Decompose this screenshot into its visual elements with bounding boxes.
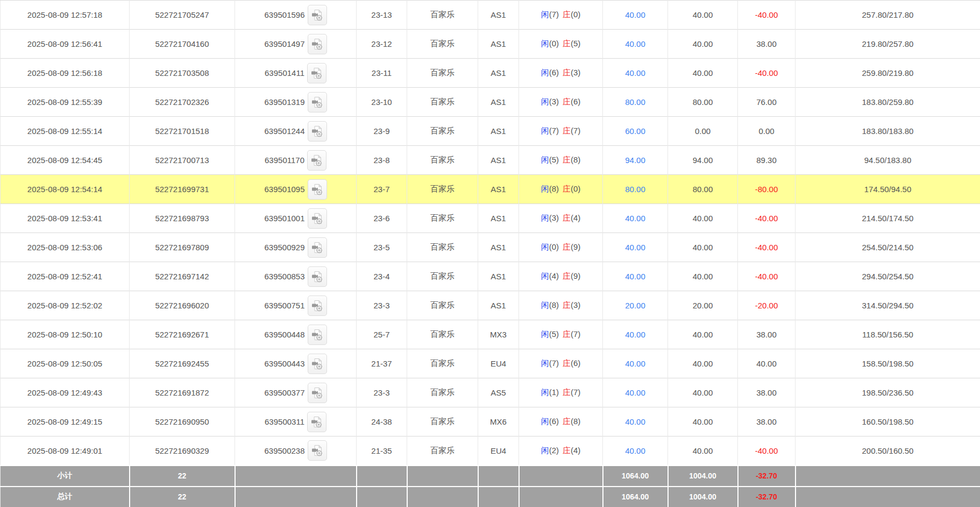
banker-points: (4) [571, 446, 580, 455]
video-preview-button[interactable] [308, 92, 327, 112]
bet-amount-link[interactable]: 40.00 [625, 10, 645, 19]
cell-balance: 174.50/94.50 [796, 175, 980, 204]
cell-order-no: 522721699731 [130, 175, 235, 204]
cell-game-type: 百家乐 [407, 175, 478, 204]
banker-points: (0) [571, 10, 580, 19]
banker-points: (6) [571, 97, 580, 106]
bet-amount-link[interactable]: 80.00 [625, 97, 645, 107]
player-points: (8) [549, 300, 559, 309]
cell-bet-time: 2025-08-09 12:54:45 [1, 146, 130, 175]
cell-game-no: 639501596 [235, 1, 357, 30]
video-preview-button[interactable] [308, 440, 327, 461]
table-row: 2025-08-09 12:50:05 522721692455 6395004… [1, 349, 980, 378]
video-preview-button[interactable] [308, 266, 327, 287]
cell-balance: 160.50/198.50 [796, 407, 980, 436]
video-preview-button[interactable] [308, 325, 327, 345]
footer-empty-cell [796, 466, 980, 487]
bet-amount-link[interactable]: 20.00 [625, 301, 645, 310]
player-result-label: 闲 [541, 39, 549, 48]
cell-balance: 219.80/257.80 [796, 30, 980, 59]
cell-win-loss: 38.00 [738, 407, 796, 436]
bet-amount-link[interactable]: 60.00 [625, 126, 645, 136]
footer-empty-cell [407, 487, 478, 507]
cell-bet-amount: 40.00 [603, 262, 668, 291]
footer-empty-cell [519, 487, 603, 507]
cell-balance: 214.50/174.50 [796, 204, 980, 233]
bet-amount-link[interactable]: 40.00 [625, 214, 645, 223]
cell-round: 23-3 [357, 291, 407, 320]
cell-balance: 183.80/183.80 [796, 117, 980, 146]
cell-balance: 314.50/294.50 [796, 291, 980, 320]
game-no-text: 639501095 [264, 185, 304, 194]
cell-bet-amount: 60.00 [603, 117, 668, 146]
cell-result: 闲(3)庄(6) [519, 88, 603, 117]
cell-game-no: 639500751 [235, 291, 357, 320]
banker-result-label: 庄 [563, 97, 571, 106]
bet-amount-link[interactable]: 40.00 [625, 359, 645, 368]
cell-bet-amount: 40.00 [603, 320, 668, 349]
subtotal-bet-amount: 1064.00 [603, 466, 668, 487]
cell-win-loss: -40.00 [738, 1, 796, 30]
bet-amount-link[interactable]: 40.00 [625, 446, 645, 455]
cell-balance: 257.80/217.80 [796, 1, 980, 30]
bet-amount-link[interactable]: 80.00 [625, 185, 645, 194]
footer-empty-cell [478, 466, 519, 487]
cell-game-type: 百家乐 [407, 436, 478, 466]
cell-game-no: 639500238 [235, 436, 357, 466]
game-no-text: 639500311 [265, 417, 304, 426]
subtotal-label: 小计 [1, 466, 130, 487]
video-preview-button[interactable] [308, 295, 327, 316]
bet-amount-link[interactable]: 40.00 [625, 68, 645, 78]
cell-win-loss: -40.00 [738, 262, 796, 291]
bet-amount-link[interactable]: 40.00 [625, 330, 645, 339]
video-preview-button[interactable] [308, 208, 327, 229]
video-preview-button[interactable] [308, 354, 327, 374]
video-preview-button[interactable] [308, 34, 327, 54]
cell-order-no: 522721704160 [130, 30, 235, 59]
banker-points: (3) [571, 68, 580, 77]
cell-bet-amount: 40.00 [603, 349, 668, 378]
video-preview-button[interactable] [308, 383, 327, 403]
total-win-loss: -32.70 [738, 487, 796, 507]
bet-amount-link[interactable]: 40.00 [625, 243, 645, 252]
cell-game-no: 639501319 [235, 88, 357, 117]
total-label: 总计 [1, 487, 130, 507]
footer-empty-cell [235, 487, 357, 507]
player-result-label: 闲 [541, 213, 549, 222]
video-preview-button[interactable] [308, 237, 327, 258]
cell-round: 25-7 [357, 320, 407, 349]
bet-amount-link[interactable]: 40.00 [625, 272, 645, 281]
video-film-document-icon [311, 444, 324, 457]
game-no-text: 639500443 [264, 359, 304, 368]
banker-points: (0) [571, 184, 580, 193]
video-preview-button[interactable] [308, 121, 327, 142]
bet-amount-link[interactable]: 40.00 [625, 417, 645, 426]
video-preview-button[interactable] [307, 63, 326, 83]
cell-bet-amount: 40.00 [603, 1, 668, 30]
table-row: 2025-08-09 12:53:06 522721697809 6395009… [1, 233, 980, 262]
cell-win-loss: -40.00 [738, 436, 796, 466]
bet-amount-link[interactable]: 94.00 [625, 156, 645, 165]
cell-balance: 254.50/214.50 [796, 233, 980, 262]
cell-order-no: 522721703508 [130, 59, 235, 88]
player-points: (8) [549, 184, 559, 193]
video-preview-button[interactable] [308, 5, 327, 25]
bet-amount-link[interactable]: 40.00 [625, 388, 645, 397]
footer-empty-cell [519, 466, 603, 487]
banker-points: (4) [571, 213, 580, 222]
video-preview-button[interactable] [307, 412, 326, 432]
cell-round: 23-12 [357, 30, 407, 59]
cell-valid-amount: 40.00 [668, 233, 738, 262]
player-result-label: 闲 [541, 271, 549, 280]
cell-bet-amount: 40.00 [603, 204, 668, 233]
video-preview-button[interactable] [308, 179, 327, 200]
video-preview-button[interactable] [307, 150, 326, 171]
footer-empty-cell [478, 487, 519, 507]
table-row: 2025-08-09 12:54:45 522721700713 6395011… [1, 146, 980, 175]
cell-table-name: AS1 [478, 59, 519, 88]
subtotal-count: 22 [130, 466, 235, 487]
cell-result: 闲(5)庄(8) [519, 146, 603, 175]
bet-amount-link[interactable]: 40.00 [625, 39, 645, 48]
cell-game-no: 639501001 [235, 204, 357, 233]
cell-game-no: 639500443 [235, 349, 357, 378]
